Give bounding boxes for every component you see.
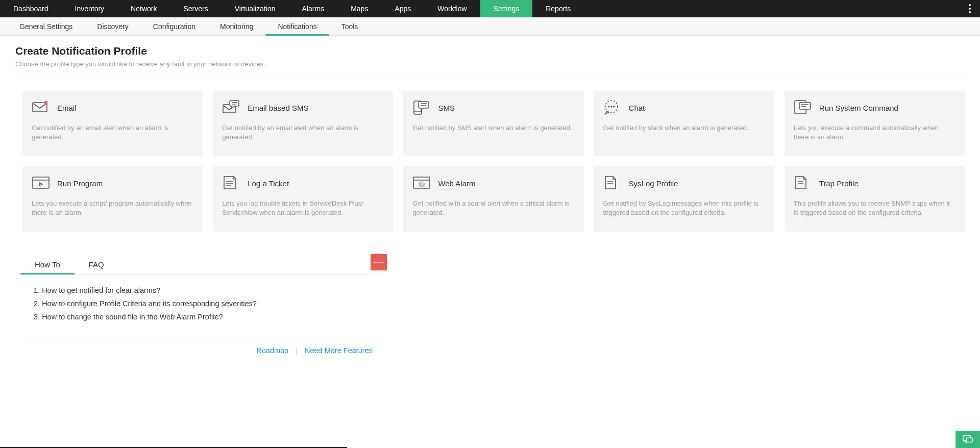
sub-nav: General SettingsDiscoveryConfigurationMo… xyxy=(0,17,980,36)
card-header: Email xyxy=(32,100,193,115)
topnav-item-servers[interactable]: Servers xyxy=(170,0,221,17)
howto-item-link[interactable]: How to get notified for clear alarms? xyxy=(42,286,160,294)
subnav-item-tools[interactable]: Tools xyxy=(329,17,371,35)
card-title: Run System Command xyxy=(819,104,898,112)
card-description: Lets you execute a command automatically… xyxy=(794,123,955,142)
topnav-item-label: Maps xyxy=(351,5,368,13)
envelope-dot-icon xyxy=(32,100,50,115)
card-title: Log a Ticket xyxy=(248,179,289,188)
top-nav: DashboardInventoryNetworkServersVirtuali… xyxy=(0,0,980,17)
roadmap-link[interactable]: Roadmap xyxy=(256,346,288,355)
topnav-item-label: Inventory xyxy=(75,5,105,13)
card-header: Chat xyxy=(603,100,765,115)
card-description: Get notified by an email alert when an a… xyxy=(222,123,384,142)
profile-card-trap-profile[interactable]: Trap ProfileThis profile allows you to r… xyxy=(785,166,965,232)
card-description: Get notified by slack when an alarm is g… xyxy=(603,123,765,133)
need-more-features-link[interactable]: Need More Features xyxy=(305,346,373,355)
topnav-item-workflow[interactable]: Workflow xyxy=(424,0,480,17)
subnav-item-discovery[interactable]: Discovery xyxy=(85,17,140,35)
howto-item: How to change the sound file in the Web … xyxy=(34,310,373,323)
profile-card-log-a-ticket[interactable]: Log a TicketLets you log trouble tickets… xyxy=(213,166,393,232)
subnav-item-label: Tools xyxy=(341,22,358,31)
subnav-item-label: Monitoring xyxy=(220,22,253,31)
card-header: SysLog Profile xyxy=(603,176,765,191)
profile-card-run-program[interactable]: Run ProgramLets you execute a script/ pr… xyxy=(22,166,203,232)
topnav-item-network[interactable]: Network xyxy=(117,0,170,17)
page-header: Create Notification Profile Choose the p… xyxy=(0,36,980,84)
divider xyxy=(15,73,965,73)
topnav-item-reports[interactable]: Reports xyxy=(532,0,584,17)
ticket-icon xyxy=(222,176,240,191)
topnav-item-alarms[interactable]: Alarms xyxy=(289,0,338,17)
topnav-item-label: Dashboard xyxy=(13,5,48,13)
web-alarm-icon xyxy=(412,176,431,191)
profile-card-chat[interactable]: ChatGet notified by slack when an alarm … xyxy=(594,91,774,156)
topnav-item-label: Apps xyxy=(395,5,411,13)
card-title: Email based SMS xyxy=(248,104,308,112)
howto-item: How to configure Profile Criteria and it… xyxy=(34,297,373,310)
subnav-item-label: General Settings xyxy=(19,22,72,31)
profile-card-sms[interactable]: SMSGet notified by SMS alert when an ala… xyxy=(403,91,583,156)
profile-cards-grid: EmailGet notified by an email alert when… xyxy=(0,84,980,235)
topnav-item-apps[interactable]: Apps xyxy=(381,0,424,17)
doc-icon xyxy=(794,176,812,191)
card-header: Log a Ticket xyxy=(222,176,384,191)
card-title: Trap Profile xyxy=(819,179,859,188)
kebab-menu-icon[interactable] xyxy=(966,0,974,17)
card-description: Lets you log trouble tickets in ServiceD… xyxy=(222,199,384,217)
howto-tab-label: FAQ xyxy=(89,260,104,269)
topnav-item-label: Virtualization xyxy=(235,5,276,13)
howto-section: How ToFAQ — How to get notified for clea… xyxy=(0,235,388,360)
howto-item-link[interactable]: How to change the sound file in the Web … xyxy=(42,313,223,321)
subnav-item-configuration[interactable]: Configuration xyxy=(141,17,208,35)
topnav-item-label: Servers xyxy=(183,5,208,13)
card-header: Email based SMS xyxy=(222,100,384,115)
topnav-item-maps[interactable]: Maps xyxy=(337,0,381,17)
topnav-item-dashboard[interactable]: Dashboard xyxy=(0,0,62,17)
card-title: Web Alarm xyxy=(438,179,475,188)
topnav-item-label: Settings xyxy=(494,5,520,13)
card-title: SMS xyxy=(438,104,455,112)
card-description: Get notified by SMS alert when an alarm … xyxy=(412,123,574,133)
profile-card-syslog-profile[interactable]: SysLog ProfileGet notified by SysLog mes… xyxy=(594,166,774,232)
collapse-button[interactable]: — xyxy=(371,254,387,270)
howto-tab-faq[interactable]: FAQ xyxy=(75,255,118,274)
card-header: SMS xyxy=(412,100,574,115)
howto-item: How to get notified for clear alarms? xyxy=(34,284,373,297)
chat-icon xyxy=(603,100,622,115)
topnav-item-label: Reports xyxy=(546,5,571,13)
subnav-item-label: Notifications xyxy=(278,22,316,31)
howto-tab-how-to[interactable]: How To xyxy=(20,255,75,274)
page-title: Create Notification Profile xyxy=(15,45,965,57)
howto-list: How to get notified for clear alarms?How… xyxy=(20,275,373,333)
profile-card-email-based-sms[interactable]: Email based SMSGet notified by an email … xyxy=(213,91,393,156)
card-header: Trap Profile xyxy=(794,176,955,191)
card-description: Get notified by SysLog messages when thi… xyxy=(603,199,765,217)
page-subtitle: Choose the profile type you would like t… xyxy=(15,60,965,68)
card-title: Email xyxy=(57,104,77,112)
card-title: Chat xyxy=(629,104,645,112)
subnav-item-notifications[interactable]: Notifications xyxy=(265,17,329,35)
topnav-item-label: Workflow xyxy=(437,5,467,13)
howto-item-link[interactable]: How to configure Profile Criteria and it… xyxy=(42,300,257,308)
topnav-item-inventory[interactable]: Inventory xyxy=(62,0,118,17)
minus-icon: — xyxy=(373,256,384,269)
terminal-doc-icon xyxy=(794,100,812,115)
card-header: Web Alarm xyxy=(412,176,574,191)
subnav-item-general-settings[interactable]: General Settings xyxy=(7,17,85,35)
card-title: SysLog Profile xyxy=(629,179,678,188)
topnav-item-settings[interactable]: Settings xyxy=(480,0,533,17)
profile-card-web-alarm[interactable]: Web AlarmGet notified with a sound alert… xyxy=(403,166,583,232)
envelope-speech-icon xyxy=(222,100,240,115)
subnav-item-monitoring[interactable]: Monitoring xyxy=(208,17,265,35)
run-program-icon xyxy=(32,176,50,191)
subnav-item-label: Discovery xyxy=(97,22,128,31)
topnav-item-virtualization[interactable]: Virtualization xyxy=(222,0,289,17)
topnav-item-label: Alarms xyxy=(302,5,325,13)
profile-card-email[interactable]: EmailGet notified by an email alert when… xyxy=(22,91,203,156)
topnav-item-label: Network xyxy=(131,5,157,13)
card-description: Get notified by an email alert when an a… xyxy=(32,123,193,142)
howto-tab-label: How To xyxy=(35,260,60,269)
separator: | xyxy=(296,346,298,355)
profile-card-run-system-command[interactable]: Run System CommandLets you execute a com… xyxy=(785,91,965,156)
